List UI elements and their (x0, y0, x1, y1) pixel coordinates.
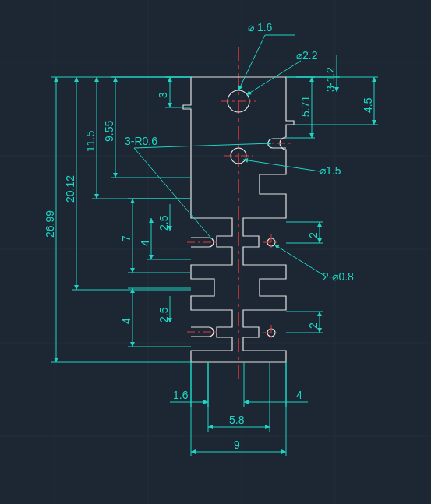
svg-text:5.8: 5.8 (229, 414, 245, 426)
svg-text:3: 3 (157, 92, 169, 98)
dim-7: 7 (120, 199, 191, 273)
svg-text:4: 4 (139, 240, 151, 246)
dim-5-71: 5.71 (286, 77, 315, 138)
dim-3-r0-6: 3-R0.6 (125, 135, 271, 239)
cad-drawing: ⌀ 1.6 ⌀2.2 3 3-1.2 5.71 4.5 9.55 (0, 0, 431, 504)
svg-text:3-1.2: 3-1.2 (324, 67, 337, 92)
dim-dia-1-5: ⌀1.5 (243, 160, 341, 177)
dim-top-3: 3 (157, 77, 191, 107)
dim-2b: 2 (286, 312, 323, 333)
dim-2-5a: 2.5 (157, 204, 170, 231)
dim-4b: 4 (120, 288, 191, 347)
svg-line-56 (134, 148, 212, 239)
grid (0, 0, 431, 504)
dim-bot-4: 4 (244, 362, 308, 407)
dim-bot-1-6: 1.6 (170, 362, 208, 407)
dim-2a: 2 (286, 222, 323, 243)
svg-text:4.5: 4.5 (362, 97, 374, 113)
svg-text:20.12: 20.12 (64, 175, 76, 203)
svg-text:4: 4 (296, 389, 302, 401)
dim-dia-2-2: ⌀2.2 (246, 49, 318, 95)
svg-text:3-R0.6: 3-R0.6 (125, 135, 157, 147)
svg-text:2.5: 2.5 (157, 307, 170, 322)
svg-text:4: 4 (120, 318, 132, 324)
slots-left (191, 238, 214, 337)
svg-text:2-⌀0.8: 2-⌀0.8 (323, 270, 354, 283)
svg-text:26.99: 26.99 (44, 210, 56, 238)
svg-line-25 (246, 61, 301, 95)
svg-text:2: 2 (307, 232, 320, 238)
svg-text:⌀1.5: ⌀1.5 (320, 164, 341, 177)
svg-text:2.5: 2.5 (157, 215, 170, 231)
svg-text:9: 9 (234, 439, 240, 451)
dim-2-5b: 2.5 (157, 296, 170, 322)
svg-text:9.55: 9.55 (103, 121, 115, 142)
holes (221, 90, 279, 340)
svg-text:7: 7 (120, 235, 132, 241)
svg-text:1.6: 1.6 (173, 389, 189, 401)
svg-text:2: 2 (307, 322, 320, 329)
svg-text:5.71: 5.71 (299, 96, 312, 117)
svg-text:⌀ 1.6: ⌀ 1.6 (248, 21, 273, 33)
svg-text:11.5: 11.5 (84, 131, 97, 152)
svg-line-59 (243, 160, 320, 171)
dim-20-12: 20.12 (64, 77, 191, 290)
svg-text:⌀2.2: ⌀2.2 (296, 49, 318, 62)
